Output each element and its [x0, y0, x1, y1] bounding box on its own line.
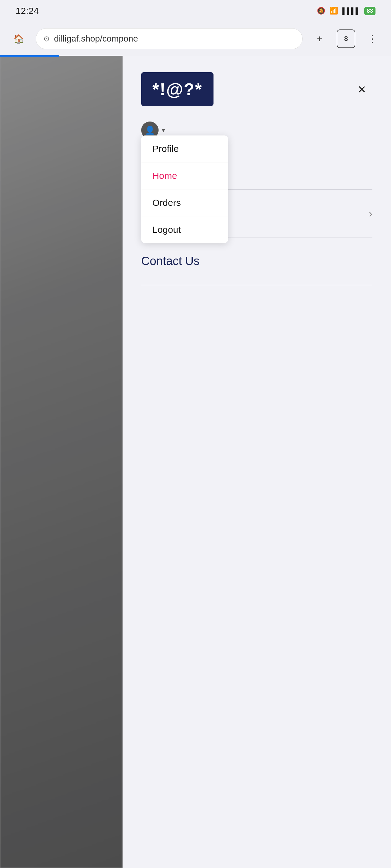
status-bar: 12:24 🔕 📶 ▌▌▌▌ 83 [0, 0, 391, 22]
dropdown-item-profile[interactable]: Profile [141, 135, 228, 162]
dropdown-item-profile-label: Profile [152, 144, 179, 154]
avatar-icon: 👤 [145, 126, 155, 135]
dropdown-item-home[interactable]: Home [141, 162, 228, 189]
close-icon: × [358, 82, 366, 97]
add-tab-button[interactable]: + [310, 29, 329, 48]
left-overlay [0, 55, 122, 868]
status-icons: 🔕 📶 ▌▌▌▌ 83 [317, 7, 375, 15]
browser-home-button[interactable]: 🏠 [9, 29, 28, 48]
address-text: dilligaf.shop/compone [54, 34, 138, 44]
battery-icon: 83 [364, 7, 375, 15]
main-content: *!@?* × 👤 ▾ Profile Home [0, 55, 391, 868]
wifi-icon: 📶 [330, 7, 338, 15]
dropdown-item-orders-label: Orders [152, 197, 181, 208]
mute-icon: 🔕 [317, 7, 325, 15]
signal-icon: ▌▌▌▌ [342, 7, 360, 14]
more-icon: ⋮ [367, 33, 378, 44]
chevron-right-icon: › [369, 207, 372, 219]
dropdown-item-logout[interactable]: Logout [141, 216, 228, 243]
blurred-background [0, 55, 122, 868]
dropdown-item-logout-label: Logout [152, 224, 181, 235]
logo: *!@?* [141, 72, 214, 106]
tabs-count: 8 [344, 35, 348, 43]
user-dropdown: Profile Home Orders Logout [141, 135, 228, 243]
add-icon: + [317, 33, 323, 44]
dropdown-item-home-label: Home [152, 170, 177, 181]
address-bar-icon: ⊙ [44, 34, 50, 43]
user-section: 👤 ▾ Profile Home Orders Logout [122, 118, 391, 145]
nav-item-contact-us[interactable]: Contact Us [122, 238, 391, 285]
divider-3 [141, 285, 372, 285]
dropdown-item-orders[interactable]: Orders [141, 189, 228, 216]
nav-item-contact-us-label: Contact Us [141, 254, 199, 268]
more-options-button[interactable]: ⋮ [363, 29, 382, 48]
tabs-count-button[interactable]: 8 [337, 29, 355, 48]
close-button[interactable]: × [351, 79, 372, 100]
address-bar[interactable]: ⊙ dilligaf.shop/compone [36, 28, 303, 49]
nav-drawer: *!@?* × 👤 ▾ Profile Home [122, 55, 391, 868]
logo-text: *!@?* [152, 80, 202, 99]
status-time: 12:24 [16, 6, 39, 16]
dropdown-arrow-icon: ▾ [162, 126, 165, 134]
page-load-progress [0, 55, 59, 57]
menu-header: *!@?* × [122, 55, 391, 118]
home-icon: 🏠 [13, 34, 24, 44]
browser-bar: 🏠 ⊙ dilligaf.shop/compone + 8 ⋮ [0, 22, 391, 56]
